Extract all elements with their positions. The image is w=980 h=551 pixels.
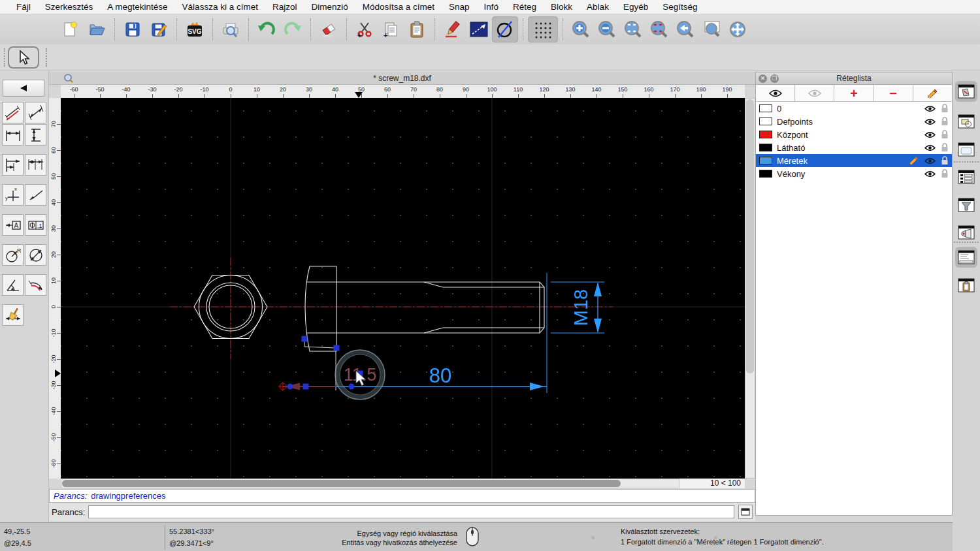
menu-item-8[interactable]: Infó [477,0,506,14]
eye-icon[interactable] [924,157,936,165]
layer-list-dock-button[interactable] [955,81,977,102]
dim-arc-button[interactable] [25,274,46,296]
lock-icon[interactable] [941,130,949,139]
layer-row-defpoints[interactable]: Defpoints [756,115,952,128]
zoom-window-button[interactable] [698,16,725,42]
layer-color-swatch[interactable] [759,144,772,151]
dim-m18-text[interactable]: M18 [570,289,591,326]
menu-item-6[interactable]: Módosítsa a címet [355,0,442,14]
layer-color-swatch[interactable] [759,170,772,178]
dim-angular-button[interactable] [2,274,24,296]
bolt-side-view[interactable] [305,266,544,351]
menu-item-11[interactable]: Ablak [580,0,616,14]
layer-panel-titlebar[interactable]: ✕ ❐ Réteglista [756,72,952,85]
new-document-button[interactable] [57,16,84,42]
select-line-tool-button[interactable] [466,16,492,42]
dim-aligned-button[interactable] [2,102,24,123]
lock-icon[interactable] [941,156,949,165]
eye-icon[interactable] [924,170,936,178]
menu-item-5[interactable]: Dimenzió [304,0,355,14]
menu-item-0[interactable]: Fájl [9,0,38,14]
print-preview-button[interactable] [218,16,244,42]
zoom-pan-button[interactable] [725,16,751,42]
horizontal-scrollbar-thumb[interactable] [62,480,621,487]
add-layer-button[interactable]: + [834,85,874,101]
redo-button[interactable] [280,16,306,42]
drawing-canvas[interactable]: 80 M18 11.5 [61,98,745,479]
dim-radius-button[interactable]: R [2,244,24,266]
vertical-scrollbar-thumb[interactable] [746,99,754,373]
command-input[interactable] [88,505,734,518]
menu-item-7[interactable]: Snap [442,0,477,14]
lock-icon[interactable] [941,104,949,113]
menu-item-3[interactable]: Válassza ki a címet [175,0,265,14]
dim-edit-button[interactable] [2,304,24,326]
save-button[interactable] [120,16,146,42]
lock-icon[interactable] [941,169,949,178]
float-panel-icon[interactable]: ❐ [770,74,779,83]
announcement-dock-button[interactable] [955,222,977,243]
zoom-out-button[interactable] [594,16,620,42]
selection-pointer-button[interactable] [8,46,39,69]
paste-button[interactable] [404,16,430,42]
undo-button[interactable] [253,16,280,42]
dim-text-label-button[interactable]: A [2,214,24,236]
erase-button[interactable] [316,16,342,42]
horizontal-scrollbar[interactable] [61,479,679,488]
circle-tool-button[interactable] [492,16,518,42]
dim-leader-button[interactable] [25,184,46,206]
command-dock-button[interactable] [738,505,753,519]
layer-row-lathato[interactable]: Látható [756,141,952,154]
menu-item-2[interactable]: A megtekintése [100,0,174,14]
menu-item-9[interactable]: Réteg [506,0,544,14]
hide-all-layers-button[interactable] [795,85,834,101]
filter-dock-button[interactable] [955,195,977,215]
dimension-m18[interactable]: M18 [551,282,604,333]
zoom-in-button[interactable] [568,16,594,42]
layer-color-swatch[interactable] [759,157,772,165]
cut-button[interactable]: + [351,16,378,42]
entity-list-dock-button[interactable] [955,166,977,187]
copy-button[interactable]: + [378,16,404,42]
layer-row-0[interactable]: 0 [756,102,952,115]
layer-color-swatch[interactable] [759,131,772,138]
remove-layer-button[interactable]: − [874,85,913,101]
eye-icon[interactable] [924,131,936,138]
dim-linear-button[interactable] [25,102,46,123]
lock-icon[interactable] [941,143,949,152]
block-list-dock-button[interactable] [955,111,977,132]
dim-ordinate-button[interactable]: xy [2,184,24,206]
dim-80-text[interactable]: 80 [429,364,451,387]
dim-horizontal-button[interactable] [2,124,24,146]
zoom-selection-button[interactable] [646,16,672,42]
menu-item-4[interactable]: Rajzol [265,0,304,14]
eye-icon[interactable] [924,105,936,112]
layer-row-vekony[interactable]: Vékony [756,167,952,180]
centerlines[interactable] [170,258,613,359]
drawing-window-titlebar[interactable]: * screw_m18.dxf [49,72,755,85]
save-as-button[interactable] [146,16,172,42]
pencil-icon[interactable] [909,157,919,165]
menu-item-13[interactable]: Segítség [655,0,704,14]
edit-layer-button[interactable] [913,85,952,101]
lock-icon[interactable] [941,117,949,126]
layer-color-swatch[interactable] [759,118,772,125]
svg-export-button[interactable]: SVG [182,16,208,42]
menu-item-10[interactable]: Blokk [544,0,580,14]
layer-row-meretek[interactable]: Méretek [756,154,952,167]
draw-pencil-button[interactable] [440,16,466,42]
close-icon[interactable]: ✕ [759,74,767,83]
vertical-scrollbar[interactable] [745,98,755,479]
layer-row-kozpont[interactable]: Központ [756,128,952,141]
dim-tolerance-button[interactable]: .1 [25,214,46,236]
command-widget-dock-button[interactable] [955,247,977,268]
back-button[interactable] [3,80,44,97]
menu-item-1[interactable]: Szerkesztés [38,0,101,14]
dim-diameter-button[interactable] [25,244,46,266]
dim-continue-button[interactable] [25,154,46,176]
zoom-previous-button[interactable] [672,16,698,42]
dim-baseline-button[interactable] [2,154,24,176]
eye-icon[interactable] [924,144,936,151]
clipboard-dock-button[interactable] [955,275,977,296]
eye-icon[interactable] [924,118,936,125]
